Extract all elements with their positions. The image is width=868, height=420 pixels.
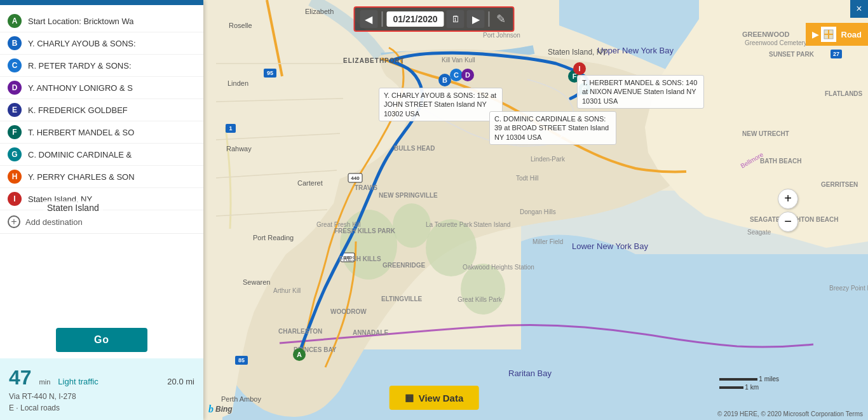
view-data-icon: ▦	[405, 392, 414, 403]
scale-km: 1 km	[745, 384, 759, 391]
svg-point-3	[426, 219, 477, 276]
map-marker-a: A	[293, 348, 306, 361]
route-time-unit: min	[39, 378, 51, 386]
road-label: Road	[841, 30, 862, 39]
map-marker-c: C	[450, 69, 463, 81]
route-item-c[interactable]: C R. PETER TARDY & SONS:	[0, 55, 203, 77]
svg-text:95: 95	[267, 70, 273, 76]
route-label-g: C. DOMINIC CARDINALE &	[28, 150, 132, 159]
svg-text:440: 440	[343, 255, 352, 261]
add-icon: +	[8, 215, 20, 228]
date-next-button[interactable]: ▶	[467, 10, 485, 28]
route-item-e[interactable]: E K. FREDERICK GOLDBEF	[0, 99, 203, 121]
view-data-label: View Data	[419, 393, 464, 403]
badge-c: C	[8, 58, 22, 72]
route-distance: 20.0 mi	[167, 377, 194, 386]
badge-h: H	[8, 170, 22, 184]
route-via: Via RT-440 N, I-278	[9, 392, 194, 401]
map-controls: + −	[778, 189, 798, 232]
svg-text:27: 27	[833, 51, 839, 57]
route-label-c: R. PETER TARDY & SONS:	[28, 61, 132, 71]
map-marker-b: B	[438, 74, 451, 86]
close-icon: ×	[856, 3, 862, 15]
bing-label: Bing	[215, 405, 233, 414]
edit-button[interactable]: ✎	[494, 11, 508, 27]
route-item-i[interactable]: I Staten Island, NY	[0, 188, 203, 210]
route-item-b[interactable]: B Y. CHARLY AYOUB & SONS:	[0, 32, 203, 55]
zoom-out-button[interactable]: −	[778, 212, 798, 232]
close-button[interactable]: ×	[850, 0, 868, 18]
sidebar: A Start Location: Bricktown Wa B Y. CHAR…	[0, 0, 203, 420]
calendar-button[interactable]: 🗓	[447, 10, 465, 28]
add-destination-row[interactable]: + Add destination	[0, 210, 203, 234]
route-label-i: Staten Island, NY	[28, 194, 92, 204]
route-label-b: Y. CHARLY AYOUB & SONS:	[28, 39, 136, 48]
svg-text:85: 85	[238, 357, 245, 363]
badge-i: I	[8, 192, 22, 206]
add-destination-label: Add destination	[25, 217, 83, 227]
route-label-d: Y. ANTHONY LONIGRO & S	[28, 83, 133, 93]
badge-a: A	[8, 14, 22, 28]
route-item-h[interactable]: H Y. PERRY CHARLES & SON	[0, 166, 203, 188]
sidebar-topbar	[0, 0, 203, 5]
route-item-d[interactable]: D Y. ANTHONY LONIGRO & S	[0, 77, 203, 99]
route-road-type: E · Local roads	[9, 403, 194, 412]
map-marker-i: I	[573, 62, 586, 75]
date-nav: ◀ 01/21/2020 🗓 ▶ ✎	[353, 6, 514, 32]
road-map-icon	[821, 27, 836, 42]
svg-point-2	[393, 203, 431, 248]
route-item-a[interactable]: A Start Location: Bricktown Wa	[0, 10, 203, 32]
route-item-g[interactable]: G C. DOMINIC CARDINALE &	[0, 144, 203, 166]
scale-miles: 1 miles	[759, 376, 779, 383]
route-summary: 47 min Light traffic 20.0 mi Via RT-440 …	[0, 358, 203, 420]
map-marker-d: D	[461, 69, 474, 81]
go-btn-row: Go	[0, 322, 203, 358]
copyright: © 2019 HERE, © 2020 Microsoft Corporatio…	[717, 410, 863, 417]
go-button[interactable]: Go	[56, 328, 147, 352]
road-arrow-icon: ▶	[812, 30, 818, 39]
scale-bar: 1 miles 1 km	[719, 376, 779, 391]
route-item-f[interactable]: F T. HERBERT MANDEL & SO	[0, 121, 203, 144]
date-prev-button[interactable]: ◀	[360, 10, 377, 28]
date-display: 01/21/2020	[386, 11, 444, 27]
badge-f: F	[8, 125, 22, 139]
badge-b: B	[8, 36, 22, 50]
badge-e: E	[8, 103, 22, 117]
view-data-button[interactable]: ▦ View Data	[390, 386, 479, 410]
route-label-h: Y. PERRY CHARLES & SON	[28, 172, 135, 182]
map-marker-g: G	[578, 83, 591, 95]
route-list: A Start Location: Bricktown Wa B Y. CHAR…	[0, 5, 203, 322]
bing-logo: b Bing	[208, 403, 233, 415]
route-time: 47	[9, 366, 32, 390]
svg-text:1: 1	[229, 125, 232, 132]
road-btn[interactable]: ▶ Road	[806, 23, 869, 46]
route-label-f: T. HERBERT MANDEL & SO	[28, 128, 134, 137]
badge-d: D	[8, 81, 22, 95]
svg-point-4	[461, 264, 505, 315]
route-traffic: Light traffic	[58, 377, 98, 386]
badge-g: G	[8, 147, 22, 161]
route-label-a: Start Location: Bricktown Wa	[28, 17, 133, 26]
svg-text:440: 440	[351, 175, 360, 181]
zoom-in-button[interactable]: +	[778, 189, 798, 209]
route-label-e: K. FREDERICK GOLDBEF	[28, 105, 128, 115]
